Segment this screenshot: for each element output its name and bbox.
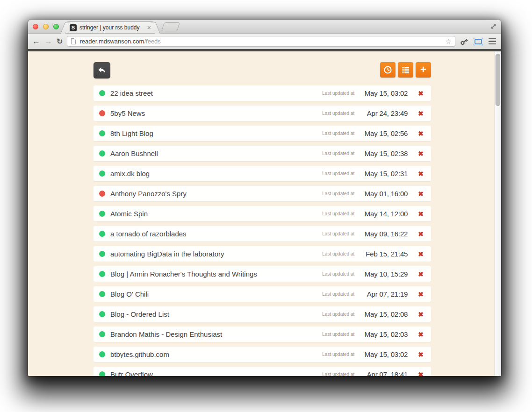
fullscreen-icon[interactable] bbox=[489, 22, 497, 30]
feed-name[interactable]: btbytes.github.com bbox=[110, 350, 322, 358]
feed-row: 8th Light Blog Last updated at May 15, 0… bbox=[93, 126, 431, 141]
feed-updated-date: Apr 07, 18:41 bbox=[361, 370, 408, 376]
back-to-reader-button[interactable] bbox=[93, 62, 110, 78]
delete-feed-button[interactable]: ✖ bbox=[418, 150, 424, 157]
feed-updated-date: Feb 15, 21:45 bbox=[361, 250, 408, 258]
url-host: reader.mdswanson.com bbox=[79, 38, 144, 45]
feed-updated-label: Last updated at bbox=[322, 312, 354, 317]
feed-updated-date: May 15, 02:31 bbox=[361, 170, 408, 178]
feed-name[interactable]: Brandon Mathis - Design Enthusiast bbox=[110, 330, 322, 338]
reload-icon[interactable]: ↻ bbox=[57, 38, 63, 45]
feed-updated-date: May 01, 16:00 bbox=[361, 190, 408, 198]
delete-feed-button[interactable]: ✖ bbox=[418, 271, 424, 277]
feed-status-dot bbox=[99, 271, 105, 277]
feed-status-dot bbox=[99, 311, 105, 317]
feed-updated-label: Last updated at bbox=[322, 251, 354, 256]
delete-feed-button[interactable]: ✖ bbox=[418, 170, 424, 177]
feed-updated-date: May 15, 02:08 bbox=[361, 310, 408, 318]
feed-status-dot bbox=[99, 90, 105, 96]
plus-icon: + bbox=[420, 64, 426, 75]
add-feed-button[interactable]: + bbox=[416, 62, 431, 78]
feed-name[interactable]: Atomic Spin bbox=[110, 210, 322, 218]
feed-list-button[interactable] bbox=[398, 62, 413, 78]
feed-name[interactable]: Anthony Panozzo's Spry bbox=[110, 190, 322, 198]
feed-row: btbytes.github.com Last updated at May 1… bbox=[93, 347, 431, 362]
bookmark-star-icon[interactable]: ☆ bbox=[446, 37, 452, 46]
feed-updated-label: Last updated at bbox=[322, 111, 354, 116]
tab-stringer[interactable]: S stringer | your rss buddy × bbox=[65, 21, 155, 33]
feed-status-dot bbox=[99, 150, 105, 156]
delete-feed-button[interactable]: ✖ bbox=[418, 211, 424, 217]
feed-name[interactable]: automating BigData in the laboratory bbox=[110, 250, 322, 258]
feed-row: Brandon Mathis - Design Enthusiast Last … bbox=[93, 327, 431, 342]
feed-updated-date: Apr 24, 23:49 bbox=[361, 109, 408, 117]
feed-name[interactable]: a tornado of razorblades bbox=[110, 230, 322, 238]
browser-window: S stringer | your rss buddy × ← → ↻ read… bbox=[28, 20, 501, 376]
feed-name[interactable]: 8th Light Blog bbox=[110, 129, 322, 137]
scrollbar-thumb[interactable] bbox=[496, 54, 500, 106]
feed-updated-date: May 15, 03:02 bbox=[361, 89, 408, 97]
delete-feed-button[interactable]: ✖ bbox=[418, 191, 424, 197]
delete-feed-button[interactable]: ✖ bbox=[418, 351, 424, 358]
back-icon[interactable]: ← bbox=[32, 37, 40, 45]
tab-close-icon[interactable]: × bbox=[147, 25, 151, 30]
feed-name[interactable]: 5by5 News bbox=[110, 109, 322, 117]
feed-updated-label: Last updated at bbox=[322, 271, 354, 277]
feed-updated-label: Last updated at bbox=[322, 91, 354, 96]
feed-name[interactable]: amix.dk blog bbox=[110, 170, 322, 178]
page-scrollbar[interactable] bbox=[494, 51, 501, 376]
feed-status-dot bbox=[99, 351, 105, 357]
chrome-menu-icon[interactable] bbox=[488, 37, 497, 46]
feed-name[interactable]: Blog - Ordered List bbox=[110, 310, 322, 318]
feed-name[interactable]: Blog O' Chili bbox=[110, 290, 322, 298]
feed-updated-label: Last updated at bbox=[322, 231, 354, 236]
browser-toolbar: ← → ↻ reader.mdswanson.com/feeds ☆ bbox=[28, 34, 501, 49]
feed-updated-date: May 15, 02:38 bbox=[361, 149, 408, 157]
delete-feed-button[interactable]: ✖ bbox=[418, 311, 424, 318]
feed-row: amix.dk blog Last updated at May 15, 02:… bbox=[93, 166, 431, 181]
delete-feed-button[interactable]: ✖ bbox=[418, 291, 424, 298]
clock-icon bbox=[383, 65, 392, 74]
feed-status-dot bbox=[99, 130, 105, 136]
feed-name[interactable]: 22 idea street bbox=[110, 89, 322, 97]
delete-feed-button[interactable]: ✖ bbox=[418, 130, 424, 137]
delete-feed-button[interactable]: ✖ bbox=[418, 110, 424, 117]
capture-extension-icon[interactable] bbox=[473, 37, 483, 46]
delete-feed-button[interactable]: ✖ bbox=[418, 251, 424, 257]
history-button[interactable] bbox=[380, 62, 395, 78]
forward-icon[interactable]: → bbox=[44, 37, 52, 45]
feed-updated-date: May 15, 03:02 bbox=[361, 350, 408, 358]
feed-row: automating BigData in the laboratory Las… bbox=[93, 246, 431, 262]
feed-updated-date: May 14, 12:00 bbox=[361, 210, 408, 218]
zoom-window-button[interactable] bbox=[53, 24, 59, 29]
delete-feed-button[interactable]: ✖ bbox=[418, 371, 424, 376]
feed-row: Atomic Spin Last updated at May 14, 12:0… bbox=[93, 206, 431, 221]
feed-name[interactable]: Blog | Armin Ronacher's Thoughts and Wri… bbox=[110, 270, 322, 278]
feed-updated-label: Last updated at bbox=[322, 151, 354, 156]
reply-arrow-icon bbox=[97, 66, 107, 75]
feed-name[interactable]: Aaron Bushnell bbox=[110, 149, 322, 157]
feed-updated-label: Last updated at bbox=[322, 332, 354, 337]
feed-name[interactable]: Bufr Overflow bbox=[110, 370, 322, 376]
list-icon bbox=[401, 65, 410, 74]
feed-status-dot bbox=[99, 211, 105, 217]
feed-updated-date: May 10, 15:29 bbox=[361, 270, 408, 278]
feeds-header: + bbox=[93, 62, 431, 78]
feed-list: 22 idea street Last updated at May 15, 0… bbox=[93, 85, 431, 376]
url-path: /feeds bbox=[144, 38, 160, 45]
minimize-window-button[interactable] bbox=[43, 24, 49, 29]
delete-feed-button[interactable]: ✖ bbox=[418, 231, 424, 237]
feed-updated-label: Last updated at bbox=[322, 191, 354, 196]
feed-row: Aaron Bushnell Last updated at May 15, 0… bbox=[93, 146, 431, 161]
delete-feed-button[interactable]: ✖ bbox=[418, 331, 424, 338]
titlebar: S stringer | your rss buddy × bbox=[28, 20, 501, 34]
feed-status-dot bbox=[99, 371, 105, 376]
feed-updated-date: May 15, 02:03 bbox=[361, 330, 408, 338]
new-tab-button[interactable] bbox=[161, 22, 180, 31]
url-bar[interactable]: reader.mdswanson.com/feeds ☆ bbox=[67, 36, 455, 47]
key-extension-icon[interactable] bbox=[460, 37, 469, 46]
delete-feed-button[interactable]: ✖ bbox=[418, 90, 424, 97]
close-window-button[interactable] bbox=[33, 24, 38, 29]
feed-status-dot bbox=[99, 331, 105, 337]
feed-row: 22 idea street Last updated at May 15, 0… bbox=[93, 85, 431, 101]
